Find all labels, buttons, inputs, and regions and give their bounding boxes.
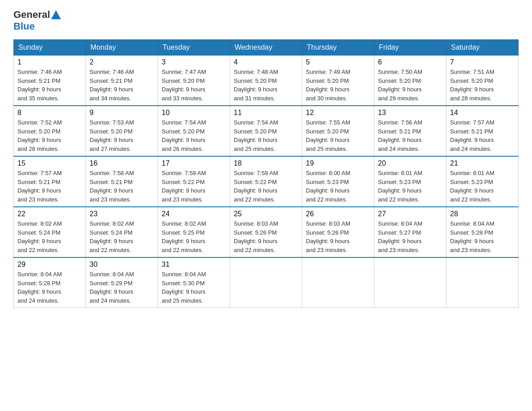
day-number: 24: [162, 210, 226, 218]
calendar-cell: 2Sunrise: 7:46 AMSunset: 5:21 PMDaylight…: [86, 56, 158, 106]
calendar-cell: 18Sunrise: 7:59 AMSunset: 5:22 PMDayligh…: [230, 156, 302, 207]
day-number: 25: [234, 210, 298, 218]
calendar-cell: 25Sunrise: 8:03 AMSunset: 5:26 PMDayligh…: [230, 207, 302, 257]
day-info: Sunrise: 8:00 AMSunset: 5:23 PMDaylight:…: [306, 169, 370, 204]
weekday-header-thursday: Thursday: [302, 40, 374, 56]
calendar-cell: [230, 257, 302, 308]
calendar-cell: 1Sunrise: 7:46 AMSunset: 5:21 PMDaylight…: [14, 56, 86, 106]
calendar-cell: 15Sunrise: 7:57 AMSunset: 5:21 PMDayligh…: [14, 156, 86, 207]
day-info: Sunrise: 8:03 AMSunset: 5:26 PMDaylight:…: [306, 219, 370, 254]
day-info: Sunrise: 7:54 AMSunset: 5:20 PMDaylight:…: [162, 118, 226, 153]
day-number: 3: [162, 58, 226, 66]
day-info: Sunrise: 7:54 AMSunset: 5:20 PMDaylight:…: [234, 118, 298, 153]
logo: General Blue: [13, 9, 61, 32]
weekday-header-friday: Friday: [374, 40, 446, 56]
calendar-cell: 31Sunrise: 8:04 AMSunset: 5:30 PMDayligh…: [158, 257, 230, 308]
weekday-header-saturday: Saturday: [446, 40, 519, 56]
calendar-week-row: 29Sunrise: 8:04 AMSunset: 5:28 PMDayligh…: [14, 257, 519, 308]
day-number: 13: [378, 109, 442, 117]
logo-general-text: General: [13, 9, 50, 21]
day-number: 27: [378, 210, 442, 218]
calendar-cell: 24Sunrise: 8:02 AMSunset: 5:25 PMDayligh…: [158, 207, 230, 257]
day-number: 15: [17, 159, 82, 167]
day-number: 17: [162, 159, 226, 167]
day-info: Sunrise: 8:04 AMSunset: 5:27 PMDaylight:…: [378, 219, 442, 254]
calendar-cell: 20Sunrise: 8:01 AMSunset: 5:23 PMDayligh…: [374, 156, 446, 207]
day-info: Sunrise: 8:01 AMSunset: 5:23 PMDaylight:…: [450, 169, 515, 204]
day-number: 11: [234, 109, 298, 117]
calendar-cell: 16Sunrise: 7:58 AMSunset: 5:21 PMDayligh…: [86, 156, 158, 207]
calendar-cell: [374, 257, 446, 308]
calendar-cell: 6Sunrise: 7:50 AMSunset: 5:20 PMDaylight…: [374, 56, 446, 106]
calendar-cell: 3Sunrise: 7:47 AMSunset: 5:20 PMDaylight…: [158, 56, 230, 106]
calendar-cell: 28Sunrise: 8:04 AMSunset: 5:28 PMDayligh…: [446, 207, 519, 257]
day-number: 10: [162, 109, 226, 117]
day-info: Sunrise: 8:02 AMSunset: 5:24 PMDaylight:…: [90, 219, 154, 254]
weekday-header-sunday: Sunday: [14, 40, 86, 56]
calendar-cell: 17Sunrise: 7:59 AMSunset: 5:22 PMDayligh…: [158, 156, 230, 207]
day-info: Sunrise: 8:02 AMSunset: 5:24 PMDaylight:…: [17, 219, 82, 254]
weekday-header-wednesday: Wednesday: [230, 40, 302, 56]
day-number: 28: [450, 210, 515, 218]
day-number: 30: [90, 261, 154, 269]
weekday-header-monday: Monday: [86, 40, 158, 56]
calendar-cell: 7Sunrise: 7:51 AMSunset: 5:20 PMDaylight…: [446, 56, 519, 106]
day-info: Sunrise: 8:04 AMSunset: 5:30 PMDaylight:…: [162, 270, 226, 305]
calendar-cell: 27Sunrise: 8:04 AMSunset: 5:27 PMDayligh…: [374, 207, 446, 257]
calendar-cell: 5Sunrise: 7:49 AMSunset: 5:20 PMDaylight…: [302, 56, 374, 106]
calendar-cell: 11Sunrise: 7:54 AMSunset: 5:20 PMDayligh…: [230, 106, 302, 156]
calendar-cell: [446, 257, 519, 308]
calendar-cell: 4Sunrise: 7:48 AMSunset: 5:20 PMDaylight…: [230, 56, 302, 106]
day-number: 26: [306, 210, 370, 218]
calendar-cell: 10Sunrise: 7:54 AMSunset: 5:20 PMDayligh…: [158, 106, 230, 156]
day-number: 8: [17, 109, 82, 117]
day-info: Sunrise: 8:04 AMSunset: 5:29 PMDaylight:…: [90, 270, 154, 305]
day-number: 20: [378, 159, 442, 167]
day-number: 19: [306, 159, 370, 167]
calendar-cell: 13Sunrise: 7:56 AMSunset: 5:21 PMDayligh…: [374, 106, 446, 156]
day-info: Sunrise: 7:59 AMSunset: 5:22 PMDaylight:…: [234, 169, 298, 204]
calendar-cell: 9Sunrise: 7:53 AMSunset: 5:20 PMDaylight…: [86, 106, 158, 156]
page-header: General Blue: [13, 9, 519, 32]
day-number: 4: [234, 58, 298, 66]
day-info: Sunrise: 8:04 AMSunset: 5:28 PMDaylight:…: [17, 270, 82, 305]
day-info: Sunrise: 7:57 AMSunset: 5:21 PMDaylight:…: [17, 169, 82, 204]
calendar-week-row: 8Sunrise: 7:52 AMSunset: 5:20 PMDaylight…: [14, 106, 519, 156]
day-number: 22: [17, 210, 82, 218]
day-number: 21: [450, 159, 515, 167]
calendar-cell: 30Sunrise: 8:04 AMSunset: 5:29 PMDayligh…: [86, 257, 158, 308]
day-number: 6: [378, 58, 442, 66]
day-info: Sunrise: 7:58 AMSunset: 5:21 PMDaylight:…: [90, 169, 154, 204]
day-info: Sunrise: 7:57 AMSunset: 5:21 PMDaylight:…: [450, 118, 515, 153]
day-info: Sunrise: 7:52 AMSunset: 5:20 PMDaylight:…: [17, 118, 82, 153]
day-info: Sunrise: 7:53 AMSunset: 5:20 PMDaylight:…: [90, 118, 154, 153]
day-info: Sunrise: 8:01 AMSunset: 5:23 PMDaylight:…: [378, 169, 442, 204]
calendar-week-row: 22Sunrise: 8:02 AMSunset: 5:24 PMDayligh…: [14, 207, 519, 257]
calendar-week-row: 1Sunrise: 7:46 AMSunset: 5:21 PMDaylight…: [14, 56, 519, 106]
svg-marker-0: [51, 10, 61, 19]
calendar-cell: 12Sunrise: 7:55 AMSunset: 5:20 PMDayligh…: [302, 106, 374, 156]
calendar-cell: 23Sunrise: 8:02 AMSunset: 5:24 PMDayligh…: [86, 207, 158, 257]
calendar-cell: 21Sunrise: 8:01 AMSunset: 5:23 PMDayligh…: [446, 156, 519, 207]
day-info: Sunrise: 7:51 AMSunset: 5:20 PMDaylight:…: [450, 68, 515, 103]
day-number: 31: [162, 261, 226, 269]
calendar-cell: 14Sunrise: 7:57 AMSunset: 5:21 PMDayligh…: [446, 106, 519, 156]
day-info: Sunrise: 7:46 AMSunset: 5:21 PMDaylight:…: [90, 68, 154, 103]
day-number: 7: [450, 58, 515, 66]
day-number: 29: [17, 261, 82, 269]
calendar-cell: 29Sunrise: 8:04 AMSunset: 5:28 PMDayligh…: [14, 257, 86, 308]
day-number: 14: [450, 109, 515, 117]
calendar-cell: 22Sunrise: 8:02 AMSunset: 5:24 PMDayligh…: [14, 207, 86, 257]
day-number: 12: [306, 109, 370, 117]
logo-blue-text: Blue: [13, 21, 35, 32]
logo-triangle-icon: [51, 10, 61, 19]
day-info: Sunrise: 8:03 AMSunset: 5:26 PMDaylight:…: [234, 219, 298, 254]
day-info: Sunrise: 7:56 AMSunset: 5:21 PMDaylight:…: [378, 118, 442, 153]
day-info: Sunrise: 8:04 AMSunset: 5:28 PMDaylight:…: [450, 219, 515, 254]
day-number: 23: [90, 210, 154, 218]
day-info: Sunrise: 7:49 AMSunset: 5:20 PMDaylight:…: [306, 68, 370, 103]
day-info: Sunrise: 7:47 AMSunset: 5:20 PMDaylight:…: [162, 68, 226, 103]
weekday-header-row: SundayMondayTuesdayWednesdayThursdayFrid…: [14, 40, 519, 56]
day-number: 5: [306, 58, 370, 66]
day-info: Sunrise: 7:59 AMSunset: 5:22 PMDaylight:…: [162, 169, 226, 204]
